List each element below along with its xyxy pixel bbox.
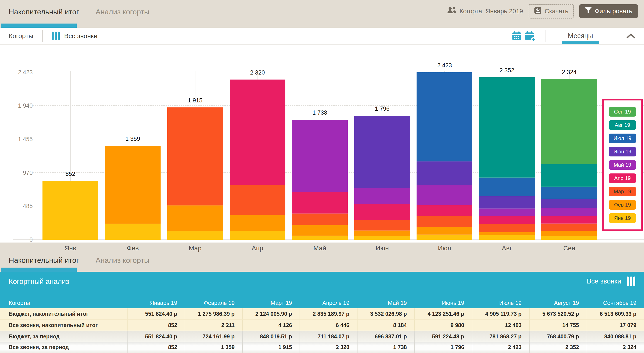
bar-segment-Авг-19[interactable] <box>542 164 597 187</box>
stacked-bar-Апр[interactable] <box>230 80 286 240</box>
legend-chip-Фев-19[interactable]: Фев 19 <box>609 200 636 210</box>
bar-slot-Сен: 2 324 <box>538 72 600 240</box>
y-tick-label: 970 <box>23 169 33 176</box>
stacked-bar-Май[interactable] <box>292 120 348 240</box>
bar-segment-Янв-19[interactable] <box>354 236 410 240</box>
row-label: Бюджет, за период <box>0 334 128 340</box>
bar-segment-Мар-19[interactable] <box>416 216 472 227</box>
bar-segment-Июл-19[interactable] <box>542 187 597 199</box>
bar-segment-Май-19[interactable] <box>354 188 410 204</box>
bar-segment-Июн-19[interactable] <box>542 199 597 208</box>
bar-segment-Мар-19[interactable] <box>230 185 286 215</box>
bottom-tab-cohort-analysis[interactable]: Анализ когорты <box>96 256 150 264</box>
bar-segment-Янв-19[interactable] <box>542 236 597 240</box>
bar-segment-Апр-19[interactable] <box>230 80 286 186</box>
legend-chip-Июл-19[interactable]: Июл 19 <box>609 134 636 143</box>
bar-segment-Май-19[interactable] <box>416 185 472 205</box>
y-tick-label: 1 940 <box>18 102 33 109</box>
bar-value-label: 1 738 <box>312 110 327 116</box>
bar-segment-Май-19[interactable] <box>292 120 348 192</box>
series-selector[interactable]: Все звонки <box>52 32 98 40</box>
bar-segment-Янв-19[interactable] <box>416 235 472 240</box>
legend-chip-Янв-19[interactable]: Янв 19 <box>609 213 636 223</box>
legend-chip-Сен-19[interactable]: Сен 19 <box>609 107 636 116</box>
stacked-bar-Авг[interactable] <box>479 77 535 240</box>
panel-title: Когортный анализ <box>9 278 69 286</box>
y-tick-label: 2 423 <box>18 69 33 76</box>
collapse-chevron-icon[interactable] <box>624 30 638 42</box>
bar-segment-Фев-19[interactable] <box>167 206 223 232</box>
granularity-label: Месяцы <box>568 32 593 40</box>
x-tick-label-Май: Май <box>289 244 351 252</box>
bar-segment-Мар-19[interactable] <box>292 214 348 225</box>
table-cell: 2 423 <box>472 342 529 353</box>
bar-segment-Май-19[interactable] <box>542 208 597 216</box>
granularity-tab-months[interactable]: Месяцы <box>555 28 606 44</box>
bar-segment-Июл-19[interactable] <box>416 72 472 162</box>
table-header-Июнь-19: Июнь 19 <box>414 300 472 306</box>
header-controls: Когорта: Январь 2019 Скачать Фильтровать <box>447 4 638 18</box>
table-cell: 5 673 520.52 р <box>529 308 586 320</box>
bar-segment-Сен-19[interactable] <box>542 79 597 164</box>
panel-series-selector[interactable]: Все звонки <box>587 276 635 286</box>
calendar-add-icon[interactable] <box>523 30 536 42</box>
x-axis-labels: ЯнвФевМарАпрМайИюнИюлАвгСен <box>39 244 600 252</box>
bar-segment-Апр-19[interactable] <box>542 216 597 224</box>
bars-container: 8521 3591 9152 3201 7381 7962 4232 3522 … <box>39 72 600 240</box>
bar-segment-Фев-19[interactable] <box>416 227 472 235</box>
bar-slot-Апр: 2 320 <box>226 72 289 240</box>
legend-chip-Мар-19[interactable]: Мар 19 <box>609 187 636 196</box>
bar-segment-Фев-19[interactable] <box>292 225 348 236</box>
top-header: Накопительный итог Анализ когорты Когорт… <box>0 0 644 28</box>
filter-button[interactable]: Фильтровать <box>579 4 638 18</box>
bar-segment-Июн-19[interactable] <box>354 116 410 188</box>
table-row: Все звонки, накопительный итог8522 2114 … <box>0 320 644 330</box>
bottom-tab-cumulative-total[interactable]: Накопительный итог <box>9 256 79 264</box>
stacked-bar-Фев[interactable] <box>105 146 160 240</box>
bar-segment-Фев-19[interactable] <box>542 231 597 236</box>
stacked-bar-Июл[interactable] <box>416 72 472 240</box>
table-header-Сентябрь-19: Сентябрь 19 <box>587 300 644 306</box>
bar-segment-Янв-19[interactable] <box>292 236 348 240</box>
tab-cumulative-total[interactable]: Накопительный итог <box>9 8 79 16</box>
stacked-bar-Сен[interactable] <box>542 79 597 240</box>
bar-segment-Мар-19[interactable] <box>542 224 597 231</box>
bar-segment-Апр-19[interactable] <box>479 216 535 224</box>
legend-chip-Авг-19[interactable]: Авг 19 <box>609 120 636 130</box>
bar-segment-Апр-19[interactable] <box>292 192 348 213</box>
legend-chip-Май-19[interactable]: Май 19 <box>609 160 636 170</box>
stacked-bar-Янв[interactable] <box>42 181 98 240</box>
x-tick-label-Июл: Июл <box>413 244 476 252</box>
bar-segment-Фев-19[interactable] <box>354 230 410 236</box>
bar-segment-Фев-19[interactable] <box>479 232 535 235</box>
bar-segment-Июн-19[interactable] <box>479 196 535 208</box>
bar-segment-Май-19[interactable] <box>479 208 535 216</box>
stacked-bar-Июн[interactable] <box>354 116 410 240</box>
bar-segment-Апр-19[interactable] <box>354 204 410 220</box>
tab-cohort-analysis[interactable]: Анализ когорты <box>96 8 150 16</box>
download-icon <box>534 7 542 16</box>
calendar-icon[interactable] <box>510 30 523 42</box>
bar-segment-Июн-19[interactable] <box>416 162 472 185</box>
bar-segment-Янв-19[interactable] <box>230 231 286 240</box>
bar-segment-Фев-19[interactable] <box>105 146 160 224</box>
bar-segment-Янв-19[interactable] <box>167 232 223 240</box>
legend-chip-Июн-19[interactable]: Июн 19 <box>609 147 636 156</box>
bar-segment-Янв-19[interactable] <box>42 181 98 240</box>
bar-slot-Июл: 2 423 <box>413 72 476 240</box>
bar-segment-Мар-19[interactable] <box>479 224 535 232</box>
bar-segment-Мар-19[interactable] <box>354 220 410 230</box>
download-label: Скачать <box>545 8 568 15</box>
table-cell: 2 124 005.90 р <box>242 308 300 320</box>
bar-segment-Фев-19[interactable] <box>230 215 286 231</box>
bar-segment-Июл-19[interactable] <box>479 178 535 196</box>
bar-segment-Мар-19[interactable] <box>167 108 223 206</box>
stacked-bar-Мар[interactable] <box>167 108 223 240</box>
download-button[interactable]: Скачать <box>529 4 574 18</box>
bar-segment-Апр-19[interactable] <box>416 205 472 216</box>
bar-segment-Авг-19[interactable] <box>479 77 535 178</box>
table-cell: 724 161.99 р <box>185 331 242 342</box>
bar-segment-Янв-19[interactable] <box>479 235 535 240</box>
legend-chip-Апр-19[interactable]: Апр 19 <box>609 174 636 183</box>
bar-segment-Янв-19[interactable] <box>105 224 160 240</box>
